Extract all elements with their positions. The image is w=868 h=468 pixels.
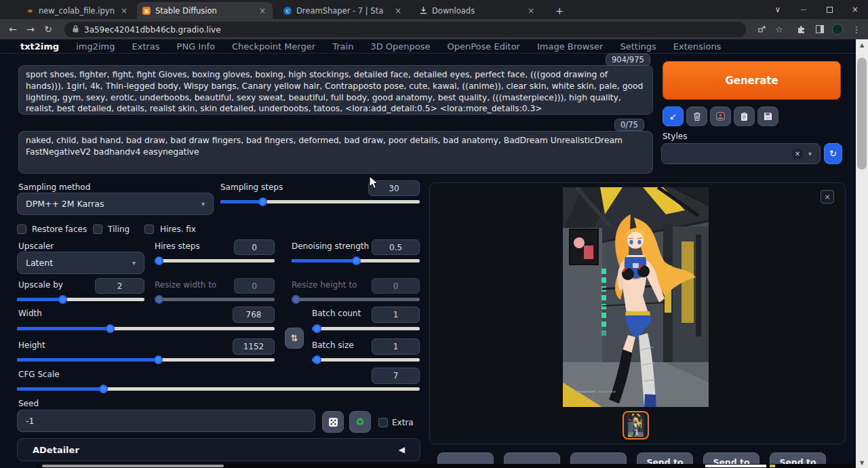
generated-image[interactable]: [563, 187, 709, 407]
close-image-button[interactable]: ×: [821, 190, 834, 203]
tab-png-info[interactable]: PNG Info: [177, 41, 215, 52]
styles-dropdown[interactable]: × ▾: [661, 143, 821, 164]
browser-menu-icon[interactable]: ⋮: [848, 20, 865, 38]
cfg-scale-slider[interactable]: [17, 385, 420, 393]
width-slider[interactable]: [17, 324, 275, 333]
extra-seed-checkbox[interactable]: [378, 418, 388, 427]
tab-image-browser[interactable]: Image Browser: [537, 41, 604, 52]
tiling-checkbox[interactable]: [93, 225, 102, 234]
back-icon[interactable]: ←: [4, 24, 22, 35]
paste-params-button[interactable]: ↙: [663, 106, 684, 126]
close-icon[interactable]: ×: [119, 7, 129, 15]
resize-width-slider[interactable]: [155, 295, 275, 304]
upscaler-dropdown[interactable]: Latent ▾: [17, 252, 144, 274]
denoising-slider[interactable]: [292, 256, 420, 265]
denoising-value[interactable]: 0.5: [372, 239, 420, 255]
tab-extensions[interactable]: Extensions: [673, 41, 722, 52]
plus-icon: +: [555, 5, 564, 16]
adetailer-accordion[interactable]: ADetailer ◀: [17, 438, 420, 461]
scroll-down-icon[interactable]: ▼: [856, 457, 868, 468]
tab-checkpoint-merger[interactable]: Checkpoint Merger: [232, 41, 315, 52]
denoising-label: Denoising strength: [292, 241, 369, 251]
resize-width-value[interactable]: 0: [234, 278, 275, 294]
tab-extras[interactable]: Extras: [132, 41, 160, 52]
hires-steps-value[interactable]: 0: [234, 239, 275, 255]
upscale-by-value[interactable]: 2: [95, 278, 144, 294]
upscale-by-slider[interactable]: [17, 295, 144, 304]
browser-tab-bar: ∞ new_colab_file.ipynb - Colaborat × ▣ S…: [0, 0, 868, 19]
scrollbar-thumb[interactable]: [857, 58, 867, 170]
clipped-text-fragment: [705, 465, 766, 467]
url-bar[interactable]: 3a59ec42041dbb46cb.gradio.live: [64, 22, 746, 37]
styles-label: Styles: [663, 132, 687, 141]
batch-count-value[interactable]: 1: [372, 307, 420, 323]
width-value[interactable]: 768: [233, 307, 275, 323]
height-slider[interactable]: [17, 355, 275, 364]
tab-txt2img[interactable]: txt2img: [20, 41, 59, 52]
profile-avatar[interactable]: [829, 20, 846, 38]
sampling-method-value: DPM++ 2M Karras: [26, 199, 104, 209]
caret-down-icon: ▾: [132, 259, 136, 267]
clear-styles-icon[interactable]: ×: [792, 149, 803, 159]
restore-faces-checkbox[interactable]: [17, 225, 26, 234]
seed-label: Seed: [18, 399, 39, 408]
hires-steps-slider[interactable]: [155, 256, 275, 265]
swap-dimensions-button[interactable]: ⇅: [285, 328, 304, 349]
refresh-styles-button[interactable]: ↻: [824, 143, 842, 164]
share-icon[interactable]: [753, 20, 770, 38]
window-close-button[interactable]: ×: [842, 0, 868, 19]
upscaler-value: Latent: [26, 258, 53, 268]
caret-down-icon: ▾: [808, 150, 812, 157]
sidepanel-icon[interactable]: [811, 20, 829, 38]
browser-tab-colab[interactable]: ∞ new_colab_file.ipynb - Colaborat ×: [20, 2, 134, 19]
browser-tab-stable-diffusion[interactable]: ▣ Stable Diffusion ×: [137, 2, 273, 19]
prompt-textarea[interactable]: sport shoes, fighter, fight, fight Glove…: [18, 65, 653, 115]
random-seed-button[interactable]: [322, 411, 344, 433]
tab-3d-openpose[interactable]: 3D Openpose: [370, 41, 430, 52]
extensions-puzzle-icon[interactable]: [792, 20, 810, 38]
browser-tab-downloads[interactable]: Downloads ×: [414, 2, 541, 19]
window-minimize-button[interactable]: —: [791, 0, 816, 19]
sampling-steps-label: Sampling steps: [220, 182, 283, 192]
batch-count-slider[interactable]: [312, 324, 420, 333]
new-tab-button[interactable]: +: [551, 2, 568, 19]
tab-title: Downloads: [432, 6, 475, 16]
generate-button[interactable]: Generate: [663, 61, 841, 100]
sampling-method-dropdown[interactable]: DPM++ 2M Karras ▾: [17, 193, 214, 215]
clipped-yellow-fragment: [770, 465, 775, 467]
negative-prompt-textarea[interactable]: naked, child, bad hand, bad draw, bad dr…: [18, 131, 653, 174]
tab-settings[interactable]: Settings: [620, 41, 656, 52]
tab-img2img[interactable]: img2img: [76, 41, 115, 52]
browser-tab-dreamshaper[interactable]: c DreamShaper - 7 | Stable Diffusi ×: [278, 2, 408, 19]
cfg-scale-label: CFG Scale: [18, 370, 60, 379]
resize-height-value[interactable]: 0: [372, 278, 420, 294]
apply-styles-button[interactable]: [734, 106, 755, 126]
batch-size-slider[interactable]: [312, 355, 420, 364]
close-icon[interactable]: ×: [526, 7, 536, 15]
cfg-scale-value[interactable]: 7: [372, 368, 420, 384]
tab-openpose-editor[interactable]: OpenPose Editor: [448, 41, 520, 52]
window-maximize-button[interactable]: [816, 0, 842, 19]
reuse-seed-button[interactable]: ♻: [349, 411, 371, 433]
height-value[interactable]: 1152: [233, 338, 275, 355]
close-icon[interactable]: ×: [258, 7, 267, 15]
batch-size-value[interactable]: 1: [372, 338, 420, 355]
batch-count-label: Batch count: [312, 309, 361, 318]
gallery-thumbnail-selected[interactable]: [623, 411, 649, 440]
forward-icon[interactable]: →: [22, 24, 39, 35]
seed-input[interactable]: -1: [17, 410, 315, 432]
page-scrollbar[interactable]: ▲ ▼: [856, 39, 868, 468]
save-style-button[interactable]: [757, 106, 778, 126]
clear-prompt-button[interactable]: [686, 106, 707, 126]
extra-networks-button[interactable]: [710, 106, 731, 126]
scroll-up-icon[interactable]: ▲: [856, 39, 868, 50]
hires-fix-checkbox[interactable]: [144, 225, 154, 234]
reload-icon[interactable]: ↻: [39, 24, 57, 35]
tab-train[interactable]: Train: [332, 41, 353, 52]
download-icon: [419, 7, 427, 15]
resize-height-slider[interactable]: [292, 295, 420, 304]
bookmark-star-icon[interactable]: ☆: [770, 20, 788, 38]
window-menu-button[interactable]: ∨: [765, 0, 791, 19]
close-icon[interactable]: ×: [393, 7, 403, 15]
sampling-steps-slider[interactable]: [220, 197, 420, 206]
